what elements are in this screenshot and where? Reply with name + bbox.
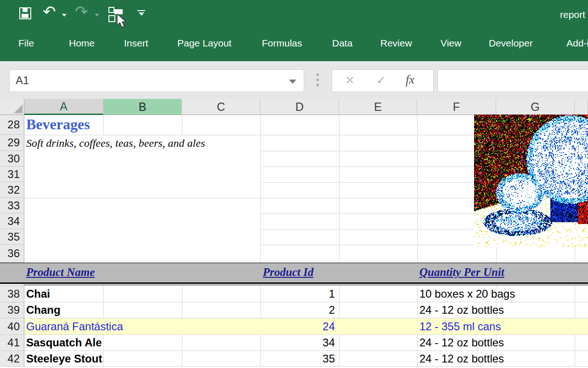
mouse-cursor: [116, 14, 128, 29]
tab-file[interactable]: File: [18, 38, 34, 49]
gridline: [339, 115, 339, 263]
quantity-cell[interactable]: 12 - 355 ml cans: [419, 318, 501, 334]
gridline: [260, 115, 261, 263]
chevron-down-icon[interactable]: [289, 80, 296, 84]
quantity-cell[interactable]: 24 - 12 oz bottles: [419, 351, 504, 366]
save-icon[interactable]: [19, 7, 31, 19]
row-header-32[interactable]: 32: [0, 182, 24, 198]
enter-icon[interactable]: ✓: [376, 74, 386, 87]
customize-quick-access-icon[interactable]: [137, 10, 145, 16]
quantity-cell[interactable]: 24 - 12 oz bottles: [419, 302, 504, 318]
column-header-b[interactable]: B: [103, 99, 182, 115]
tab-home[interactable]: Home: [69, 38, 95, 49]
row-header-28[interactable]: 28: [0, 115, 24, 135]
category-description-cell[interactable]: Soft drinks, coffees, teas, beers, and a…: [26, 137, 205, 150]
column-header-d[interactable]: D: [260, 99, 339, 115]
row-header-41[interactable]: 41: [0, 335, 24, 351]
table-row[interactable]: Chai 1 10 boxes x 20 bags: [24, 286, 588, 302]
tab-developer[interactable]: Developer: [489, 38, 533, 49]
table-row-highlighted[interactable]: Guaraná Fantástica 24 12 - 355 ml cans: [24, 318, 588, 335]
formula-bar: A1 ✕ ✓ fx: [0, 61, 588, 99]
row-header-35[interactable]: 35: [0, 229, 24, 245]
product-id-cell[interactable]: 1: [263, 286, 337, 302]
quantity-cell[interactable]: 10 boxes x 20 bags: [419, 286, 515, 302]
name-box-value: A1: [16, 74, 29, 87]
row-header-40[interactable]: 40: [0, 318, 24, 335]
redo-icon: ↷: [75, 4, 88, 19]
gridline: [103, 115, 104, 135]
column-header-a[interactable]: A: [24, 99, 103, 115]
tab-page-layout[interactable]: Page Layout: [177, 38, 232, 49]
column-header-f[interactable]: F: [417, 99, 496, 115]
row-header-30[interactable]: 30: [0, 151, 24, 167]
category-picture[interactable]: [474, 115, 588, 247]
title-bar: ↶ ↷ report File Home Insert Page Layout …: [0, 0, 588, 61]
select-all-button[interactable]: [0, 99, 24, 115]
row-header-29[interactable]: 29: [0, 135, 24, 151]
product-name-cell[interactable]: Steeleye Stout: [26, 351, 102, 366]
product-id-cell[interactable]: 24: [263, 318, 337, 334]
product-id-cell[interactable]: 35: [263, 351, 337, 366]
formula-buttons: ✕ ✓ fx: [332, 69, 434, 92]
gridline: [496, 247, 497, 263]
undo-icon[interactable]: ↶: [43, 4, 56, 19]
column-header-c[interactable]: C: [182, 99, 260, 115]
row-header-31[interactable]: 31: [0, 167, 24, 182]
tab-insert[interactable]: Insert: [124, 38, 148, 49]
table-row[interactable]: Chang 2 24 - 12 oz bottles: [24, 302, 588, 318]
redo-dropdown-icon: [95, 14, 99, 17]
tab-formulas[interactable]: Formulas: [262, 38, 302, 49]
row-header-42[interactable]: 42: [0, 351, 24, 367]
cancel-icon[interactable]: ✕: [345, 74, 355, 87]
row-header-39[interactable]: 39: [0, 302, 24, 318]
table-header-row[interactable]: Product Name Product Id Quantity Per Uni…: [0, 263, 588, 284]
gridline: [182, 115, 182, 135]
product-name-cell[interactable]: Chang: [26, 302, 61, 318]
name-box[interactable]: A1: [9, 69, 304, 92]
insert-function-icon[interactable]: fx: [406, 73, 415, 87]
quantity-cell[interactable]: 24 - 12 oz bottles: [419, 335, 504, 351]
header-product-name[interactable]: Product Name: [26, 266, 95, 279]
tab-data[interactable]: Data: [332, 38, 352, 49]
product-name-cell[interactable]: Guaraná Fantástica: [26, 318, 123, 334]
formula-input[interactable]: [437, 69, 588, 92]
column-header-e[interactable]: E: [339, 99, 417, 115]
gridline: [417, 115, 418, 263]
header-quantity-per-unit[interactable]: Quantity Per Unit: [419, 266, 504, 279]
column-header-g[interactable]: G: [496, 99, 575, 115]
tab-review[interactable]: Review: [380, 38, 412, 49]
row-header-34[interactable]: 34: [0, 213, 24, 229]
tab-add-ins[interactable]: Add-ins: [566, 38, 588, 49]
table-row[interactable]: Sasquatch Ale 34 24 - 12 oz bottles: [24, 335, 588, 351]
tab-view[interactable]: View: [441, 38, 461, 49]
table-row[interactable]: Steeleye Stout 35 24 - 12 oz bottles: [24, 351, 588, 367]
row-header-38[interactable]: 38: [0, 286, 24, 302]
category-title-cell[interactable]: Beverages: [26, 116, 90, 133]
product-name-cell[interactable]: Sasquatch Ale: [26, 335, 102, 351]
row-header-33[interactable]: 33: [0, 198, 24, 213]
product-id-cell[interactable]: 2: [263, 302, 337, 318]
formula-bar-drag-handle[interactable]: [317, 74, 319, 89]
column-header-partial[interactable]: [575, 99, 588, 115]
worksheet-grid: A B C D E F G 28 29 30 31 32 33 34 35 36…: [0, 99, 588, 368]
row-header-36[interactable]: 36: [0, 245, 24, 263]
undo-dropdown-icon[interactable]: [62, 14, 67, 17]
product-name-cell[interactable]: Chai: [26, 286, 50, 302]
header-product-id[interactable]: Product Id: [263, 266, 313, 279]
document-title: report: [560, 9, 585, 20]
table-header-double-border: [24, 284, 588, 285]
product-id-cell[interactable]: 34: [263, 335, 337, 351]
